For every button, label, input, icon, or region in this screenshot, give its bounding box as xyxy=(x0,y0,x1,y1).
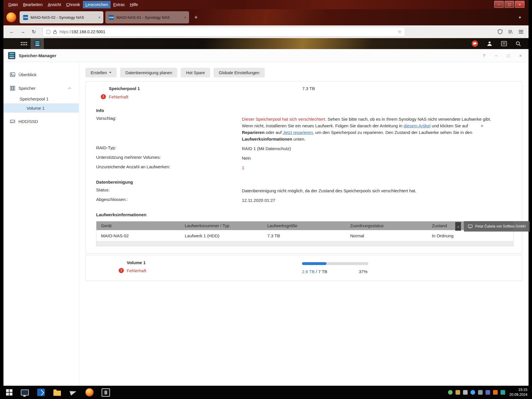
sidebar-item-speicherpool-1[interactable]: Speicherpool 1 xyxy=(3,94,79,103)
clock-date: 20.09.2024 xyxy=(509,392,527,397)
volume-name: Volume 1 xyxy=(127,260,146,265)
taskbar-item-computer[interactable] xyxy=(20,387,29,397)
tab-maio-nas-01[interactable]: DSM MAIO-NAS-01 - Synology NAS × xyxy=(105,11,189,23)
tray-icon-6[interactable] xyxy=(486,390,490,395)
user-icon[interactable] xyxy=(487,41,492,46)
protections-shield-icon[interactable] xyxy=(498,29,503,34)
tray-icon-2[interactable] xyxy=(456,390,460,395)
sidebar-item-speicher[interactable]: Speicher xyxy=(3,82,79,94)
storage-manager-titlebar[interactable]: Speicher-Manager ? − □ × xyxy=(3,49,529,62)
taskbar-item-blue-app[interactable] xyxy=(36,387,46,397)
monitor-icon xyxy=(21,389,29,396)
erstellen-button[interactable]: Erstellen xyxy=(85,68,117,77)
volume-panel[interactable]: Volume 1 ! Fehlerhaft 2.6 TB / 7 TB 37% xyxy=(85,255,522,281)
search-icon[interactable] xyxy=(516,41,521,46)
close-button[interactable]: × xyxy=(518,53,523,58)
browser-menubar: Datei Bearbeiten Ansicht Chronik Lesezei… xyxy=(3,0,529,9)
datenbereinigung-planen-button[interactable]: Datenbereinigung planen xyxy=(120,68,177,77)
suggestion-segment: > xyxy=(481,123,484,128)
maximize-button[interactable]: □ xyxy=(506,53,511,58)
sidebar-item-label: Überblick xyxy=(18,72,37,77)
column-laufwerksnummer: Laufwerksnummer / Typ xyxy=(180,221,263,230)
taskbar-item-firefox[interactable] xyxy=(85,387,94,397)
remote-participant-label: Petar Čubela von Softbox GmbH xyxy=(464,221,530,232)
menu-item-datei[interactable]: Datei xyxy=(6,1,20,8)
menu-item-lesezeichen[interactable]: Lesezeichen xyxy=(83,1,111,8)
cell-device: MAIO-NAS-02 xyxy=(96,230,180,241)
reload-button[interactable]: ↻ xyxy=(29,27,39,36)
lock-icon[interactable] xyxy=(53,30,57,34)
taskbar-clock[interactable]: 15:15 20.09.2024 xyxy=(509,387,527,397)
url-text[interactable]: https://192.168.0.22:5001 xyxy=(59,29,395,34)
url-host: 192.168.0.22:5001 xyxy=(72,29,105,34)
menu-item-chronik[interactable]: Chronik xyxy=(64,1,83,8)
taskbar-item-file-explorer[interactable] xyxy=(53,387,62,397)
suggestion-segment: oder auf xyxy=(264,130,283,135)
taskbar-item-app-box[interactable] xyxy=(101,387,110,397)
error-icon: ! xyxy=(101,94,106,99)
sidebar-item-hdd-ssd[interactable]: HDD/SSD xyxy=(3,115,79,127)
error-icon: ! xyxy=(119,268,124,273)
globale-einstellungen-button[interactable]: Globale Einstellungen xyxy=(214,68,265,77)
forward-button[interactable]: → xyxy=(18,27,28,36)
browser-minimize-button[interactable]: − xyxy=(494,1,504,8)
firefox-icon[interactable] xyxy=(6,12,16,22)
library-icon[interactable] xyxy=(508,29,513,34)
sidebar-item-ueberblick[interactable]: Überblick xyxy=(3,68,79,81)
cell-slot-type: Laufwerk 1 (HDD) xyxy=(180,230,263,241)
volume-status: ! Fehlerhaft xyxy=(119,268,146,273)
tray-icon-7[interactable] xyxy=(493,390,498,395)
tray-icon-1[interactable] xyxy=(448,390,453,395)
cell-size: 7.3 TB xyxy=(263,230,346,241)
scrubbing-finished-label: Abgeschlossen:: xyxy=(96,197,242,204)
browser-restore-button[interactable]: □ xyxy=(505,1,514,8)
sidebar-item-label: HDD/SSD xyxy=(18,119,38,124)
back-button[interactable]: ← xyxy=(7,27,17,36)
menu-item-extras[interactable]: Extras xyxy=(111,1,127,8)
permissions-icon[interactable] xyxy=(46,30,51,34)
drive-info-heading: Laufwerksinformationen xyxy=(96,212,513,217)
cell-allocation-status: Normal xyxy=(346,230,427,241)
hot-spare-button[interactable]: Hot Spare xyxy=(181,68,210,77)
list-all-tabs-button[interactable]: ▾ xyxy=(516,13,524,21)
article-link[interactable]: diesem Artikel xyxy=(404,123,430,128)
tab-close-icon[interactable]: × xyxy=(98,15,100,20)
menu-item-hilfe[interactable]: Hilfe xyxy=(127,1,141,8)
raid-type-row: RAID-Typ: RAID 1 (Mit Datenschutz) xyxy=(96,145,513,152)
dsm-tray xyxy=(472,40,521,47)
multi-volume-label: Unterstützung mehrerer Volumes: xyxy=(96,155,242,161)
tab-maio-nas-02[interactable]: DSM MAIO-NAS-02 - Synology NAS × xyxy=(20,11,103,23)
tab-title: MAIO-NAS-02 - Synology NAS xyxy=(31,15,96,20)
chevron-up-icon[interactable] xyxy=(68,87,71,89)
browser-tabbar: DSM MAIO-NAS-02 - Synology NAS × DSM MAI… xyxy=(3,9,529,25)
widgets-icon[interactable] xyxy=(501,41,507,46)
suggestion-segment: Laufwerksinformationen xyxy=(242,137,292,141)
tray-icon-3[interactable] xyxy=(463,390,468,395)
drive-row[interactable]: MAIO-NAS-02 Laufwerk 1 (HDD) 7.3 TB Norm… xyxy=(96,230,513,241)
dsm-main-menu-button[interactable] xyxy=(17,38,31,49)
storage-manager-app-icon xyxy=(8,52,15,59)
browser-close-button[interactable]: × xyxy=(515,1,524,8)
url-bar[interactable]: https://192.168.0.22:5001 ☆ xyxy=(43,27,405,36)
storage-manager-window: Speicher-Manager ? − □ × Überblick xyxy=(3,49,529,386)
app-menu-icon[interactable] xyxy=(519,30,523,33)
bookmark-star-icon[interactable]: ☆ xyxy=(398,29,402,34)
tab-close-icon[interactable]: × xyxy=(184,15,186,20)
menu-item-ansicht[interactable]: Ansicht xyxy=(45,1,64,8)
tray-icon-5[interactable] xyxy=(478,390,483,395)
start-button[interactable] xyxy=(3,386,16,399)
repair-now-link[interactable]: Jetzt reparieren xyxy=(283,130,313,135)
clock-time: 15:15 xyxy=(509,387,527,392)
sidebar-item-volume-1[interactable]: Volume 1 xyxy=(3,103,79,113)
taskbar-item-messenger[interactable] xyxy=(69,387,78,397)
menu-item-bearbeiten[interactable]: Bearbeiten xyxy=(20,1,45,8)
dsm-page: Speicher-Manager ? − □ × Überblick xyxy=(3,38,529,386)
new-tab-button[interactable]: + xyxy=(191,12,201,22)
dsm-storage-manager-taskbar-button[interactable] xyxy=(31,38,44,49)
minimize-button[interactable]: − xyxy=(494,53,499,58)
tray-icon-4[interactable] xyxy=(471,390,475,395)
tray-icon-8[interactable] xyxy=(501,390,505,395)
chat-notification-icon[interactable] xyxy=(472,40,478,47)
help-button[interactable]: ? xyxy=(482,53,486,58)
pool-name: Speicherpool 1 xyxy=(109,86,140,91)
